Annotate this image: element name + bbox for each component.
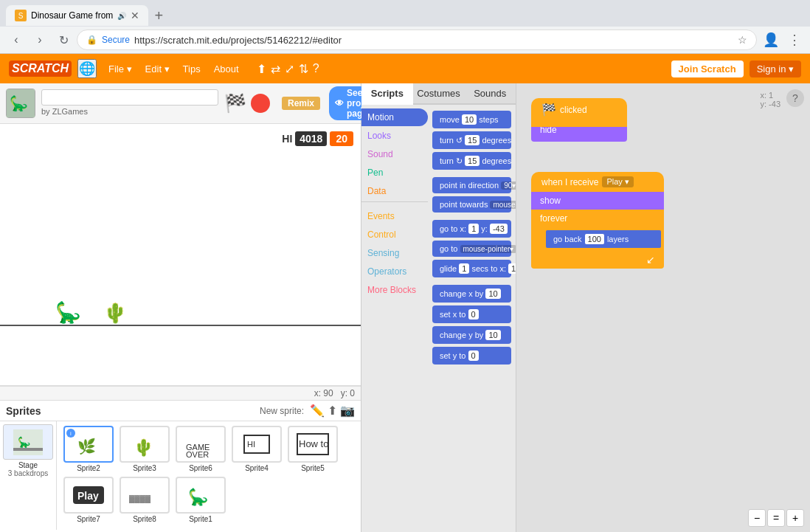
list-item[interactable]: 🌵 Sprite3: [119, 426, 170, 472]
play-value[interactable]: Play ▾: [602, 176, 633, 187]
block-goto-xy[interactable]: go to x: 1 y: -43: [432, 220, 511, 238]
category-control[interactable]: Control: [361, 226, 428, 243]
category-pen[interactable]: Pen: [361, 164, 428, 182]
stage-area: 🦕 Dinosaur Game from Chrome by ZLGames 🏁…: [0, 83, 361, 532]
sprite-thumbnail: i 🌿: [63, 426, 114, 463]
hi-label: HI: [282, 133, 292, 145]
blocks-panel: Scripts Costumes Sounds Motion Looks Sou…: [361, 83, 516, 532]
camera-sprite-button[interactable]: 📷: [340, 404, 355, 418]
new-tab-button[interactable]: +: [148, 7, 169, 24]
block-point-towards[interactable]: point towards mouse-pointer▾: [432, 196, 511, 213]
fullscreen-button[interactable]: ⤢: [285, 62, 294, 76]
show-block[interactable]: show: [531, 192, 664, 210]
category-sensing[interactable]: Sensing: [361, 244, 428, 262]
sprite-add-buttons: ✏️ ⬆ 📷: [310, 404, 355, 418]
lock-icon: 🔒: [86, 35, 97, 45]
block-turn-right[interactable]: turn ↻ 15 degrees: [432, 152, 511, 170]
category-operators[interactable]: Operators: [361, 263, 428, 280]
category-events[interactable]: Events: [361, 207, 428, 225]
address-bar[interactable]: 🔒 Secure https://scratch.mit.edu/project…: [77, 30, 757, 50]
zoom-reset-button[interactable]: =: [767, 509, 785, 527]
reload-button[interactable]: ↻: [53, 30, 74, 50]
block-glide[interactable]: glide 1 secs to x: 1 y: -43: [432, 260, 511, 277]
script-block-receive[interactable]: when I receive Play ▾ show forever go ba…: [531, 172, 664, 269]
project-title-input[interactable]: Dinosaur Game from Chrome: [41, 89, 218, 106]
url-text[interactable]: https://scratch.mit.edu/projects/5146221…: [134, 35, 733, 46]
sprite-info-icon[interactable]: i: [66, 429, 75, 438]
file-menu[interactable]: File ▾: [103, 61, 138, 77]
zoom-in-button[interactable]: +: [786, 509, 804, 527]
sounds-tab[interactable]: Sounds: [464, 83, 516, 103]
category-more-blocks[interactable]: More Blocks: [361, 281, 428, 299]
paint-sprite-button[interactable]: ✏️: [310, 404, 325, 418]
flip-button[interactable]: ⇅: [299, 62, 308, 76]
block-move[interactable]: move 10 steps: [432, 111, 511, 128]
editor: 🦕 Dinosaur Game from Chrome by ZLGames 🏁…: [0, 83, 810, 532]
signin-button[interactable]: Sign in ▾: [750, 61, 801, 77]
score-display: 20: [330, 131, 353, 146]
more-button[interactable]: ⋮: [785, 29, 804, 51]
category-sound[interactable]: Sound: [361, 145, 428, 163]
list-item[interactable]: i 🌿 Sprite2: [63, 426, 114, 472]
back-button[interactable]: ‹: [6, 30, 27, 50]
forward-button[interactable]: ›: [30, 30, 50, 50]
stop-button[interactable]: [251, 94, 270, 113]
block-change-x[interactable]: change x by 10: [432, 285, 511, 303]
stage-header: 🦕 Dinosaur Game from Chrome by ZLGames 🏁…: [0, 83, 361, 124]
sprite-thumbnail: 🦕: [176, 477, 226, 514]
category-motion[interactable]: Motion: [361, 108, 428, 126]
flag-icon: 🏁: [541, 103, 556, 117]
scripts-tab[interactable]: Scripts: [361, 83, 413, 105]
browser-tab[interactable]: S Dinosaur Game from 🔊 ✕: [6, 5, 148, 26]
upload-button[interactable]: ⬆: [257, 62, 266, 76]
about-menu[interactable]: About: [208, 61, 245, 77]
block-end: [531, 139, 627, 142]
svg-rect-3: [13, 448, 43, 451]
profile-button[interactable]: 👤: [760, 29, 782, 51]
stage-background: HI 4018 20 🦕 🌵: [0, 124, 361, 385]
list-item[interactable]: HI Sprite4: [231, 426, 283, 472]
forever-block[interactable]: forever: [531, 210, 664, 227]
edit-menu[interactable]: Edit ▾: [139, 61, 176, 77]
scratch-logo: SCRATCH: [9, 61, 72, 77]
upload-sprite-button[interactable]: ⬆: [328, 404, 337, 418]
stage-sprite-item[interactable]: 🦕 Stage 3 backdrops: [0, 421, 57, 530]
category-looks[interactable]: Looks: [361, 127, 428, 145]
sprite-name: Sprite1: [189, 515, 212, 523]
stage-controls: 🏁: [224, 93, 270, 114]
transfer-button[interactable]: ⇄: [271, 62, 280, 76]
language-button[interactable]: 🌐: [77, 59, 97, 78]
workspace-x: x: 1: [760, 91, 780, 100]
costumes-tab[interactable]: Costumes: [413, 83, 465, 103]
workspace-help-button[interactable]: ?: [786, 89, 804, 107]
list-item[interactable]: Play Sprite7: [63, 477, 114, 523]
zoom-out-button[interactable]: −: [748, 509, 766, 527]
category-data[interactable]: Data: [361, 182, 428, 200]
tab-close-icon[interactable]: ✕: [131, 10, 139, 21]
script-block-clicked[interactable]: 🏁 clicked hide: [531, 98, 627, 142]
project-author: by ZLGames: [41, 106, 218, 117]
block-turn-left[interactable]: turn ↺ 15 degrees: [432, 131, 511, 149]
remix-button[interactable]: Remix: [282, 97, 320, 110]
list-item[interactable]: ▓▓▓▓ Sprite8: [119, 477, 170, 523]
join-button[interactable]: Join Scratch: [671, 61, 744, 77]
list-item[interactable]: GAMEOVER Sprite6: [175, 426, 226, 472]
tips-menu[interactable]: Tips: [177, 61, 207, 77]
block-change-y[interactable]: change y by 10: [432, 326, 511, 344]
block-goto-target[interactable]: go to mouse-pointer▾: [432, 241, 511, 257]
bookmark-button[interactable]: ☆: [738, 34, 747, 46]
block-set-x[interactable]: set x to 0: [432, 305, 511, 323]
svg-text:🌵: 🌵: [134, 438, 154, 457]
help-tool-button[interactable]: ?: [313, 62, 319, 76]
list-item[interactable]: 🦕 Sprite1: [175, 477, 226, 523]
scratch-right-controls: Join Scratch Sign in ▾: [671, 61, 801, 77]
go-back-block[interactable]: go back 100 layers: [546, 230, 661, 248]
svg-text:🦕: 🦕: [10, 94, 28, 112]
block-point-direction[interactable]: point in direction 90▾: [432, 177, 511, 193]
project-thumbnail: 🦕: [6, 89, 35, 118]
sprite-name: Sprite3: [133, 464, 156, 472]
green-flag-button[interactable]: 🏁: [224, 93, 246, 114]
tab-bar: S Dinosaur Game from 🔊 ✕ +: [0, 0, 810, 27]
list-item[interactable]: How to Sprite5: [287, 426, 339, 472]
block-set-y[interactable]: set y to 0: [432, 347, 511, 365]
